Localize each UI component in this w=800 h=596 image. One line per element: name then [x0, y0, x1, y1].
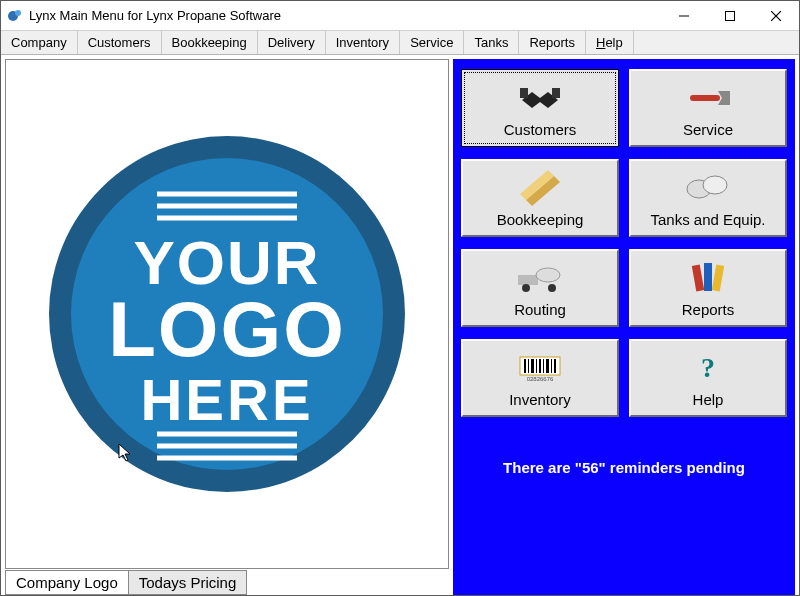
cursor-icon	[118, 443, 134, 466]
routing-label: Routing	[514, 301, 566, 318]
svg-rect-14	[520, 88, 528, 98]
left-tabs: Company Logo Todays Pricing	[5, 569, 449, 595]
window-title: Lynx Main Menu for Lynx Propane Software	[29, 8, 661, 23]
svg-rect-3	[726, 11, 735, 20]
tanks-equip-button[interactable]: Tanks and Equip.	[629, 159, 787, 237]
svg-point-24	[548, 284, 556, 292]
tab-company-logo[interactable]: Company Logo	[5, 570, 129, 595]
window-controls	[661, 1, 799, 30]
barcode-icon: 02826676	[516, 349, 564, 387]
svg-rect-32	[536, 359, 537, 373]
menu-service[interactable]: Service	[400, 31, 464, 54]
app-window: Lynx Main Menu for Lynx Propane Software…	[0, 0, 800, 596]
app-icon	[7, 8, 23, 24]
menubar: Company Customers Bookkeeping Delivery I…	[1, 31, 799, 55]
help-button[interactable]: ? Help	[629, 339, 787, 417]
inventory-button[interactable]: 02826676 Inventory	[461, 339, 619, 417]
papers-icon	[516, 169, 564, 207]
svg-rect-25	[692, 264, 704, 291]
logo-text-3: HERE	[140, 367, 313, 432]
titlebar: Lynx Main Menu for Lynx Propane Software	[1, 1, 799, 31]
wrench-icon	[684, 79, 732, 117]
close-button[interactable]	[753, 1, 799, 30]
menu-help[interactable]: Help	[586, 31, 634, 54]
svg-rect-35	[546, 359, 549, 373]
svg-rect-37	[554, 359, 556, 373]
menu-reports[interactable]: Reports	[519, 31, 586, 54]
menu-inventory[interactable]: Inventory	[326, 31, 400, 54]
books-icon	[684, 259, 732, 297]
svg-rect-26	[704, 263, 712, 291]
inventory-label: Inventory	[509, 391, 571, 408]
menu-delivery[interactable]: Delivery	[258, 31, 326, 54]
svg-text:02826676: 02826676	[527, 376, 554, 382]
svg-point-22	[536, 268, 560, 282]
minimize-button[interactable]	[661, 1, 707, 30]
service-label: Service	[683, 121, 733, 138]
svg-rect-30	[528, 359, 529, 373]
tanks-icon	[684, 169, 732, 207]
svg-rect-36	[551, 359, 552, 373]
bookkeeping-label: Bookkeeping	[497, 211, 584, 228]
svg-text:?: ?	[701, 353, 715, 383]
menu-tanks[interactable]: Tanks	[464, 31, 519, 54]
svg-rect-33	[539, 359, 541, 373]
svg-point-1	[15, 10, 21, 16]
maximize-button[interactable]	[707, 1, 753, 30]
svg-rect-16	[690, 95, 720, 101]
menu-company[interactable]: Company	[1, 31, 78, 54]
svg-rect-31	[531, 359, 534, 373]
company-logo-placeholder: YOUR LOGO HERE	[37, 124, 417, 504]
svg-rect-29	[524, 359, 526, 373]
bookkeeping-button[interactable]: Bookkeeping	[461, 159, 619, 237]
question-icon: ?	[684, 349, 732, 387]
logo-text-2: LOGO	[108, 285, 346, 373]
svg-rect-34	[543, 359, 544, 373]
menu-customers[interactable]: Customers	[78, 31, 162, 54]
reports-label: Reports	[682, 301, 735, 318]
svg-rect-21	[518, 275, 538, 285]
main-button-grid: Customers Service Bookkeeping	[461, 69, 787, 417]
tab-todays-pricing[interactable]: Todays Pricing	[128, 570, 248, 595]
content-area: YOUR LOGO HERE Company Logo Todays Prici…	[1, 55, 799, 595]
customers-label: Customers	[504, 121, 577, 138]
service-button[interactable]: Service	[629, 69, 787, 147]
svg-rect-27	[712, 264, 724, 291]
routing-button[interactable]: Routing	[461, 249, 619, 327]
svg-rect-15	[552, 88, 560, 98]
customers-button[interactable]: Customers	[461, 69, 619, 147]
reports-button[interactable]: Reports	[629, 249, 787, 327]
tanks-equip-label: Tanks and Equip.	[650, 211, 765, 228]
logo-area: YOUR LOGO HERE	[5, 59, 449, 569]
svg-point-20	[703, 176, 727, 194]
reminders-pending-text: There are "56" reminders pending	[461, 459, 787, 476]
handshake-icon	[516, 79, 564, 117]
left-pane: YOUR LOGO HERE Company Logo Todays Prici…	[5, 59, 449, 595]
help-label: Help	[693, 391, 724, 408]
right-pane: Customers Service Bookkeeping	[453, 59, 795, 595]
svg-point-23	[522, 284, 530, 292]
truck-icon	[516, 259, 564, 297]
menu-bookkeeping[interactable]: Bookkeeping	[162, 31, 258, 54]
